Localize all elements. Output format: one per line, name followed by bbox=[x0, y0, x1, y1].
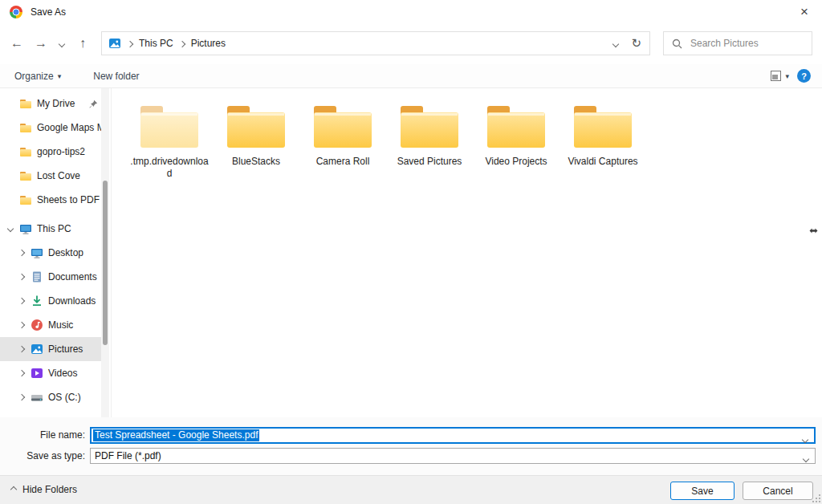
chevron-down-icon: ▾ bbox=[58, 72, 62, 80]
scrollbar-thumb[interactable] bbox=[103, 181, 108, 345]
folder-tile[interactable]: Vivaldi Captures bbox=[563, 101, 643, 180]
help-icon[interactable]: ? bbox=[797, 69, 811, 83]
view-mode-icon bbox=[771, 71, 781, 81]
refresh-icon[interactable]: ↻ bbox=[631, 36, 641, 51]
close-icon[interactable]: × bbox=[793, 2, 816, 22]
chevron-down-icon: ▾ bbox=[785, 72, 789, 80]
folder-tile[interactable]: .tmp.drivedownload bbox=[129, 101, 210, 180]
search-box[interactable]: Search Pictures bbox=[663, 31, 812, 55]
file-name-value: Test Spreadsheet - Google Sheets.pdf bbox=[93, 429, 259, 441]
chevron-down-icon[interactable] bbox=[804, 453, 808, 464]
save-as-type-value: PDF File (*.pdf) bbox=[95, 450, 161, 461]
chevron-right-icon[interactable] bbox=[16, 371, 27, 376]
folder-icon bbox=[19, 193, 32, 206]
drive-icon bbox=[31, 391, 43, 404]
command-toolbar: Organize ▾ New folder ▾ ? bbox=[0, 64, 822, 88]
resize-grip[interactable] bbox=[812, 494, 820, 502]
breadcrumb-pictures[interactable]: Pictures bbox=[191, 38, 226, 49]
sidebar-item-gopro-tips2[interactable]: gopro-tips2 bbox=[0, 140, 101, 164]
address-dropdown-button[interactable] bbox=[613, 38, 618, 49]
chevron-down-icon bbox=[59, 41, 65, 47]
breadcrumb-separator bbox=[180, 38, 185, 49]
sidebar-item-label: Desktop bbox=[48, 247, 83, 258]
search-icon bbox=[672, 39, 682, 49]
file-name-input[interactable]: Test Spreadsheet - Google Sheets.pdf bbox=[90, 427, 816, 444]
sidebar-item-label: Pictures bbox=[48, 343, 83, 355]
organize-button[interactable]: Organize ▾ bbox=[14, 71, 61, 82]
sidebar-item-label: This PC bbox=[37, 223, 71, 234]
chevron-down-icon[interactable] bbox=[803, 433, 808, 445]
file-list: .tmp.drivedownload BlueStacks Camera Rol… bbox=[112, 88, 822, 417]
mouse-cursor bbox=[809, 226, 818, 236]
sidebar-item-this-pc[interactable]: This PC bbox=[0, 217, 101, 241]
folder-icon bbox=[397, 101, 462, 151]
sidebar-item-desktop[interactable]: Desktop bbox=[0, 241, 101, 265]
hide-folders-button[interactable]: Hide Folders bbox=[11, 484, 77, 495]
sidebar-item-sheets-to-pdf[interactable]: Sheets to PDF bbox=[0, 188, 101, 212]
sidebar-item-pictures[interactable]: Pictures bbox=[0, 337, 101, 361]
folder-name: Video Projects bbox=[485, 156, 547, 168]
window-title: Save As bbox=[31, 6, 66, 18]
folder-icon bbox=[484, 101, 548, 151]
save-button[interactable]: Save bbox=[670, 482, 735, 500]
save-as-type-select[interactable]: PDF File (*.pdf) bbox=[90, 448, 816, 464]
sidebar-item-music[interactable]: Music bbox=[0, 313, 101, 337]
sidebar-item-label: Videos bbox=[48, 368, 77, 379]
sidebar-item-downloads[interactable]: Downloads bbox=[0, 289, 101, 313]
sidebar-item-label: OS (C:) bbox=[48, 392, 81, 403]
chevron-right-icon[interactable] bbox=[16, 395, 27, 400]
sidebar-item-label: gopro-tips2 bbox=[37, 146, 85, 157]
sidebar-item-my-drive[interactable]: My Drive bbox=[0, 91, 101, 116]
folder-icon bbox=[311, 101, 375, 151]
save-as-type-label: Save as type: bbox=[0, 450, 90, 461]
folder-icon bbox=[19, 145, 32, 158]
sidebar-scrollbar[interactable] bbox=[101, 88, 109, 417]
documents-icon bbox=[31, 270, 43, 283]
folder-icon bbox=[19, 121, 32, 134]
search-placeholder: Search Pictures bbox=[690, 38, 759, 49]
pictures-icon bbox=[31, 343, 43, 356]
folder-tile[interactable]: Video Projects bbox=[476, 101, 556, 180]
back-button[interactable]: ← bbox=[5, 36, 29, 51]
address-bar[interactable]: This PC Pictures ↻ bbox=[101, 31, 650, 55]
chevron-down-icon[interactable] bbox=[5, 226, 16, 231]
folder-tile[interactable]: Camera Roll bbox=[303, 101, 383, 180]
sidebar-item-label: Music bbox=[48, 319, 73, 331]
cancel-button[interactable]: Cancel bbox=[743, 482, 813, 500]
chevron-right-icon[interactable] bbox=[16, 250, 27, 255]
music-icon bbox=[31, 319, 43, 331]
downloads-icon bbox=[31, 295, 43, 307]
pin-icon bbox=[89, 100, 98, 108]
view-mode-button[interactable]: ▾ bbox=[771, 71, 789, 81]
chevron-right-icon[interactable] bbox=[16, 347, 27, 352]
sidebar-item-lost-cove[interactable]: Lost Cove bbox=[0, 164, 101, 188]
chevron-right-icon[interactable] bbox=[16, 299, 27, 303]
sidebar-item-label: Sheets to PDF bbox=[37, 194, 100, 205]
sidebar-item-videos[interactable]: Videos bbox=[0, 361, 101, 385]
sidebar-item-label: Google Maps M bbox=[37, 122, 101, 133]
pictures-icon bbox=[108, 37, 121, 50]
breadcrumb-this-pc[interactable]: This PC bbox=[139, 38, 173, 49]
folder-tile[interactable]: Saved Pictures bbox=[389, 101, 470, 180]
new-folder-button[interactable]: New folder bbox=[93, 71, 139, 82]
up-button[interactable]: ↑ bbox=[71, 36, 95, 51]
folder-icon bbox=[19, 97, 32, 110]
organize-label: Organize bbox=[14, 71, 54, 82]
desktop-icon bbox=[31, 246, 43, 259]
breadcrumb-separator bbox=[128, 38, 132, 49]
recent-locations-button[interactable] bbox=[53, 38, 71, 49]
sidebar-item-google-maps[interactable]: Google Maps M bbox=[0, 116, 101, 140]
navigation-pane: My Drive Google Maps M gopro-tips2 Lost … bbox=[0, 88, 101, 417]
chevron-right-icon[interactable] bbox=[16, 274, 27, 279]
folder-tile[interactable]: BlueStacks bbox=[216, 101, 296, 180]
dialog-footer: Hide Folders Save Cancel bbox=[0, 475, 822, 504]
sidebar-item-os-c[interactable]: OS (C:) bbox=[0, 385, 101, 409]
dialog-body: My Drive Google Maps M gopro-tips2 Lost … bbox=[0, 88, 822, 417]
folder-icon bbox=[571, 101, 635, 151]
sidebar-item-documents[interactable]: Documents bbox=[0, 265, 101, 289]
chevron-right-icon[interactable] bbox=[16, 323, 27, 327]
folder-icon bbox=[137, 101, 201, 151]
forward-button[interactable]: → bbox=[29, 36, 53, 51]
sidebar-item-label: Lost Cove bbox=[37, 170, 80, 181]
folder-name: Saved Pictures bbox=[397, 156, 462, 168]
